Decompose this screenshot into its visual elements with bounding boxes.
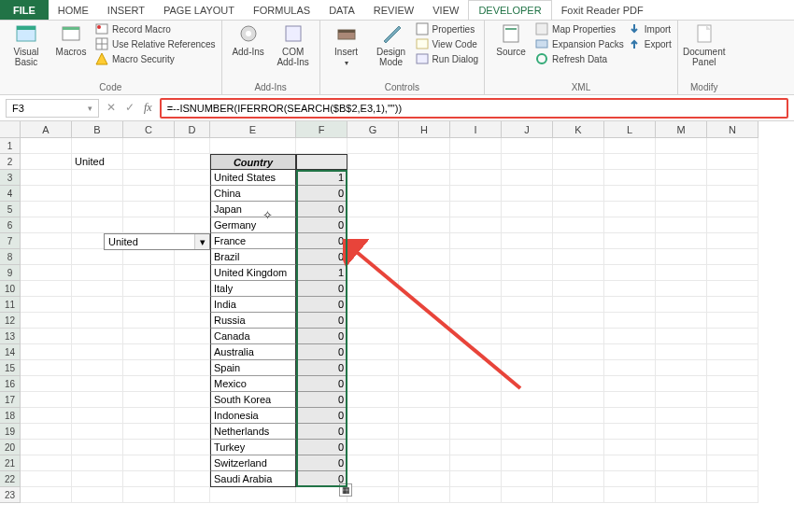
cell-E23[interactable] (210, 487, 296, 503)
cell-C2[interactable] (123, 154, 175, 170)
col-header-J[interactable]: J (502, 121, 553, 138)
cell-G14[interactable] (347, 344, 399, 360)
cell-F9[interactable]: 1 (296, 265, 347, 281)
cell-K5[interactable] (553, 202, 604, 217)
cell-K14[interactable] (553, 344, 604, 360)
cell-B6[interactable] (72, 217, 123, 233)
cell-M1[interactable] (656, 138, 707, 154)
cell-C18[interactable] (123, 408, 175, 424)
cell-A23[interactable] (21, 487, 72, 503)
cell-D12[interactable] (175, 313, 210, 329)
cell-G1[interactable] (347, 138, 399, 154)
cell-G10[interactable] (347, 281, 399, 297)
macros-button[interactable]: Macros (50, 22, 92, 57)
cell-G2[interactable] (347, 154, 399, 170)
cell-H20[interactable] (399, 440, 450, 455)
cell-M23[interactable] (656, 487, 707, 503)
cell-C4[interactable] (123, 186, 175, 202)
expansion-packs-button[interactable]: Expansion Packs (535, 37, 624, 50)
cell-M19[interactable] (656, 424, 707, 440)
tab-developer[interactable]: DEVELOPER (468, 0, 551, 20)
cell-N19[interactable] (707, 424, 759, 440)
cell-H22[interactable] (399, 471, 450, 487)
cancel-formula-icon[interactable]: ✕ (106, 101, 116, 115)
visual-basic-button[interactable]: Visual Basic (6, 22, 47, 67)
cell-H23[interactable] (399, 487, 450, 503)
cell-A13[interactable] (21, 329, 72, 344)
cell-F4[interactable]: 0 (296, 186, 347, 202)
col-header-F[interactable]: F (296, 121, 347, 138)
cell-B9[interactable] (72, 265, 123, 281)
cell-E20[interactable]: Turkey (210, 440, 296, 455)
cell-C12[interactable] (123, 313, 175, 329)
row-header-19[interactable]: 19 (0, 424, 21, 440)
col-header-M[interactable]: M (656, 121, 707, 138)
cell-L13[interactable] (604, 329, 656, 344)
cell-A8[interactable] (21, 249, 72, 265)
cell-F21[interactable]: 0 (296, 455, 347, 471)
cell-K3[interactable] (553, 170, 604, 186)
cell-M13[interactable] (656, 329, 707, 344)
cell-L20[interactable] (604, 440, 656, 455)
import-button[interactable]: Import (628, 22, 672, 35)
cell-M12[interactable] (656, 313, 707, 329)
cell-F14[interactable]: 0 (296, 344, 347, 360)
cell-E22[interactable]: Saudi Arabia (210, 471, 296, 487)
cell-F2[interactable] (296, 154, 347, 170)
cell-M22[interactable] (656, 471, 707, 487)
cell-B11[interactable] (72, 297, 123, 313)
cell-J15[interactable] (502, 360, 553, 376)
row-header-11[interactable]: 11 (0, 297, 21, 313)
cell-C19[interactable] (123, 424, 175, 440)
cell-C6[interactable] (123, 217, 175, 233)
cell-D16[interactable] (175, 376, 210, 392)
cell-C15[interactable] (123, 360, 175, 376)
cell-G16[interactable] (347, 376, 399, 392)
cell-I6[interactable] (450, 217, 502, 233)
cell-N7[interactable] (707, 233, 759, 249)
cell-H2[interactable] (399, 154, 450, 170)
cell-N21[interactable] (707, 455, 759, 471)
cell-L17[interactable] (604, 392, 656, 408)
cell-H16[interactable] (399, 376, 450, 392)
row-header-23[interactable]: 23 (0, 487, 21, 503)
cell-K19[interactable] (553, 424, 604, 440)
cell-A6[interactable] (21, 217, 72, 233)
cell-E17[interactable]: South Korea (210, 392, 296, 408)
cell-H1[interactable] (399, 138, 450, 154)
cell-L11[interactable] (604, 297, 656, 313)
cell-G21[interactable] (347, 455, 399, 471)
cell-I13[interactable] (450, 329, 502, 344)
cell-H3[interactable] (399, 170, 450, 186)
cell-N15[interactable] (707, 360, 759, 376)
cell-N23[interactable] (707, 487, 759, 503)
cell-A19[interactable] (21, 424, 72, 440)
row-header-6[interactable]: 6 (0, 217, 21, 233)
cell-I20[interactable] (450, 440, 502, 455)
cell-D10[interactable] (175, 281, 210, 297)
cell-J22[interactable] (502, 471, 553, 487)
cell-C23[interactable] (123, 487, 175, 503)
tab-data[interactable]: DATA (319, 0, 364, 20)
col-header-D[interactable]: D (175, 121, 210, 138)
cell-E21[interactable]: Switzerland (210, 455, 296, 471)
cell-N17[interactable] (707, 392, 759, 408)
design-mode-button[interactable]: Design Mode (371, 22, 412, 67)
cell-E9[interactable]: United Kingdom (210, 265, 296, 281)
map-properties-button[interactable]: Map Properties (535, 22, 624, 35)
cell-L6[interactable] (604, 217, 656, 233)
cell-C17[interactable] (123, 392, 175, 408)
cell-N9[interactable] (707, 265, 759, 281)
cell-A9[interactable] (21, 265, 72, 281)
cell-N2[interactable] (707, 154, 759, 170)
cell-M9[interactable] (656, 265, 707, 281)
cell-B19[interactable] (72, 424, 123, 440)
cell-H19[interactable] (399, 424, 450, 440)
cell-M18[interactable] (656, 408, 707, 424)
record-macro-button[interactable]: Record Macro (95, 22, 216, 35)
cell-D17[interactable] (175, 392, 210, 408)
cell-I8[interactable] (450, 249, 502, 265)
cell-A18[interactable] (21, 408, 72, 424)
cell-F15[interactable]: 0 (296, 360, 347, 376)
cell-A10[interactable] (21, 281, 72, 297)
